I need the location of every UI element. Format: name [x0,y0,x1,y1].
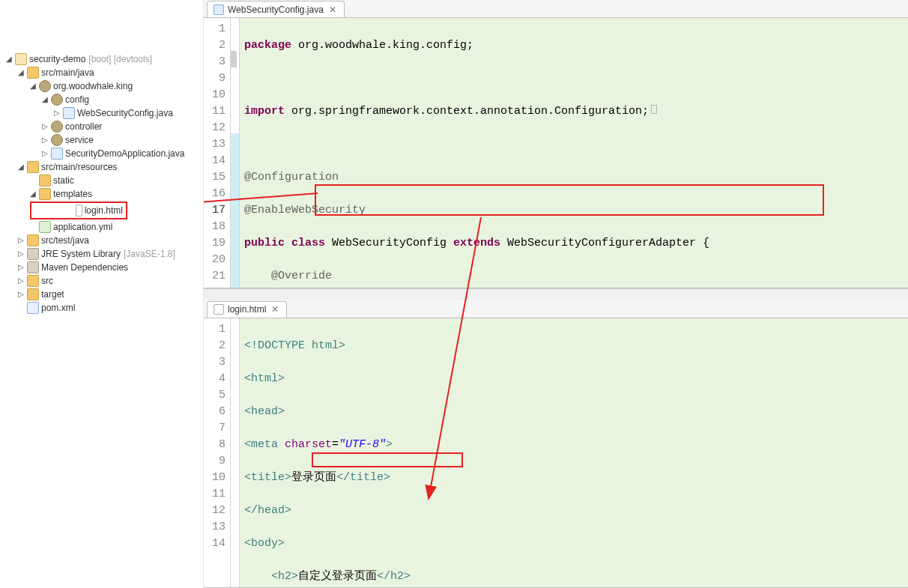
tree-service-pkg[interactable]: service [0,133,203,147]
code-content[interactable]: package org.woodwhale.king.config; impor… [240,18,908,288]
library-icon [27,248,39,260]
bottom-tabbar: login.html ✕ [204,300,908,318]
editor-area: WebSecurityConfig.java ✕ 123910111213141… [204,0,908,588]
source-folder-icon [27,161,39,173]
label: login.html [85,204,123,217]
app-root: security-demo [boot] [devtools] src/main… [0,0,908,588]
html-editor[interactable]: 1234567891011121314 <!DOCTYPE html> <htm… [204,318,908,589]
tree-jre[interactable]: JRE System Library [JavaSE-1.8] [0,247,203,261]
code-content[interactable]: <!DOCTYPE html> <html> <head> <meta char… [240,318,908,588]
label: SecurityDemoApplication.java [65,147,184,160]
tree-config-pkg[interactable]: config [0,93,203,106]
tree-security-demo-app[interactable]: SecurityDemoApplication.java [0,147,203,160]
label: org.woodwhale.king [53,79,133,93]
java-file-icon [214,4,224,15]
gutter: 1239101112131415161718192021222324 [204,18,231,288]
java-editor[interactable]: 1239101112131415161718192021222324 packa… [204,18,908,288]
yml-file-icon [39,221,51,233]
tab-websecurityconfig[interactable]: WebSecurityConfig.java ✕ [207,1,345,17]
source-folder-icon [27,67,39,79]
tree-project[interactable]: security-demo [boot] [devtools] [0,52,203,66]
twisty-icon[interactable] [15,160,27,174]
twisty-icon[interactable] [15,66,27,79]
label: target [41,288,64,301]
label: pom.xml [41,301,75,315]
tab-login-html[interactable]: login.html ✕ [207,301,287,318]
source-folder-icon [27,234,39,246]
label: src/test/java [41,234,89,247]
twisty-icon[interactable] [27,187,39,201]
twisty-icon[interactable] [39,93,51,106]
gutter: 1234567891011121314 [204,318,231,588]
label: security-demo [29,52,85,66]
tree-templates[interactable]: templates [0,187,203,201]
highlight-box-html [312,452,463,467]
html-file-icon [214,304,224,315]
marker-bar [231,318,240,588]
marker-bar [231,18,240,288]
twisty-icon[interactable] [39,120,51,133]
twisty-icon[interactable] [15,234,27,247]
label: templates [53,187,92,201]
twisty-icon[interactable] [3,52,15,66]
tree-src-folder[interactable]: src [0,274,203,288]
label: src/main/resources [41,160,117,174]
label: config [65,93,89,106]
tree-target[interactable]: target [0,288,203,301]
top-tabbar: WebSecurityConfig.java ✕ [204,0,908,18]
decorator: [boot] [devtools] [88,52,152,66]
label: controller [65,120,102,133]
tree-maven[interactable]: Maven Dependencies [0,261,203,274]
tab-label: WebSecurityConfig.java [228,4,324,15]
close-icon[interactable]: ✕ [270,304,280,315]
tab-label: login.html [228,304,266,315]
tree: security-demo [boot] [devtools] src/main… [0,52,203,315]
java-file-icon [51,148,63,160]
tree-src-resources[interactable]: src/main/resources [0,160,203,174]
decorator: [JavaSE-1.8] [124,247,175,261]
package-icon [51,134,63,146]
tree-login-html[interactable]: login.html [30,201,127,219]
package-icon [51,121,63,133]
label: src/main/java [41,66,94,79]
label: Maven Dependencies [41,261,128,274]
horizontal-scrollbar[interactable] [204,288,908,300]
folder-icon [27,288,39,300]
twisty-icon[interactable] [39,133,51,147]
package-icon [51,94,63,106]
folder-icon [39,188,51,200]
tree-controller-pkg[interactable]: controller [0,120,203,133]
folder-icon [27,275,39,287]
label: JRE System Library [41,247,121,261]
tree-src-test[interactable]: src/test/java [0,234,203,247]
twisty-icon[interactable] [51,106,63,120]
tree-websecurityconfig[interactable]: WebSecurityConfig.java [0,106,203,120]
label: src [41,274,53,288]
label: static [53,174,74,187]
tree-package[interactable]: org.woodwhale.king [0,79,203,93]
project-explorer[interactable]: security-demo [boot] [devtools] src/main… [0,0,204,588]
label: application.yml [53,220,112,234]
tree-pom[interactable]: pom.xml [0,301,203,315]
java-file-icon [63,107,75,119]
twisty-icon[interactable] [15,247,27,261]
twisty-icon[interactable] [27,79,39,93]
html-file-icon [76,204,82,216]
tree-src-java[interactable]: src/main/java [0,66,203,79]
package-icon [39,80,51,92]
folder-icon [39,175,51,187]
xml-file-icon [27,302,39,314]
twisty-icon[interactable] [15,261,27,274]
twisty-icon[interactable] [15,288,27,301]
label: service [65,133,94,147]
tree-static[interactable]: static [0,174,203,187]
close-icon[interactable]: ✕ [327,4,338,15]
label: WebSecurityConfig.java [77,106,173,120]
tree-application-yml[interactable]: application.yml [0,220,203,234]
twisty-icon[interactable] [15,274,27,288]
project-icon [15,53,27,65]
twisty-icon[interactable] [39,147,51,160]
library-icon [27,261,39,273]
